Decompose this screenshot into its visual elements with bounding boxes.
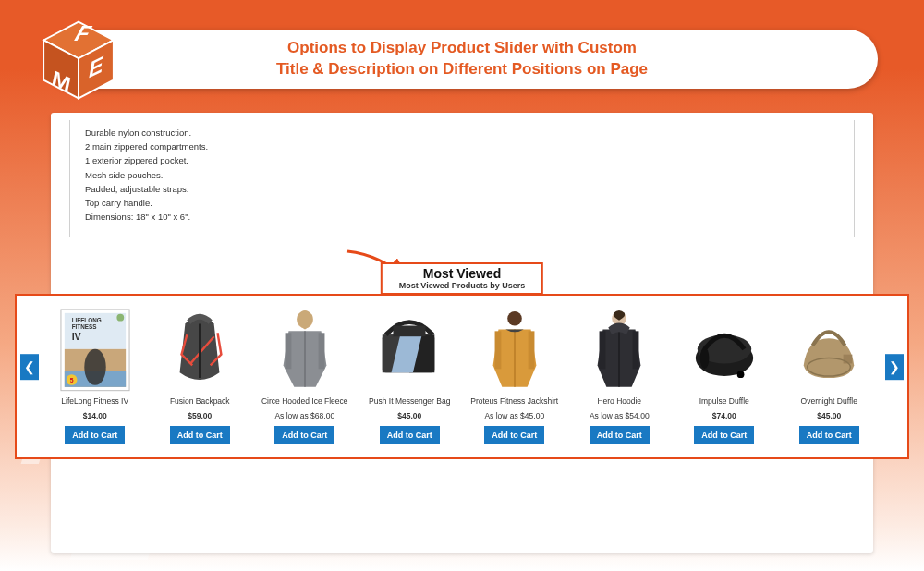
product-card[interactable]: Hero Hoodie As low as $54.00 Add to Cart — [567, 307, 673, 444]
product-name: Impulse Duffle — [675, 397, 774, 408]
product-price: As low as $45.00 — [465, 411, 565, 420]
desc-line: Dimensions: 18" x 10" x 6". — [85, 210, 841, 224]
svg-rect-29 — [528, 332, 534, 370]
svg-text:5: 5 — [70, 377, 74, 383]
product-name: Fusion Backpack — [151, 397, 250, 408]
product-image — [793, 307, 865, 394]
svg-point-27 — [507, 311, 522, 326]
product-name: Circe Hooded Ice Fleece — [255, 397, 355, 408]
slider-next-button[interactable]: ❯ — [885, 354, 904, 380]
desc-line: Padded, adjustable straps. — [85, 182, 841, 196]
product-name: LifeLong Fitness IV — [45, 397, 145, 408]
add-to-cart-button[interactable]: Add to Cart — [170, 426, 230, 444]
slider-title-box: Most Viewed Most Viewed Products by User… — [381, 262, 543, 295]
svg-rect-20 — [318, 333, 324, 369]
svg-rect-26 — [394, 326, 426, 337]
add-to-cart-button[interactable]: Add to Cart — [484, 426, 544, 444]
product-price: $45.00 — [780, 411, 880, 420]
product-image — [583, 307, 655, 394]
svg-rect-28 — [494, 332, 501, 370]
svg-text:LIFELONG: LIFELONG — [71, 317, 101, 323]
product-image — [164, 307, 236, 394]
slider-prev-button[interactable]: ❮ — [20, 354, 39, 380]
add-to-cart-button[interactable]: Add to Cart — [799, 426, 859, 444]
product-name: Hero Hoodie — [570, 397, 670, 408]
product-image — [373, 307, 445, 394]
banner-title-line1: Options to Display Product Slider with C… — [287, 39, 637, 56]
page-banner: Options to Display Product Slider with C… — [46, 30, 878, 89]
desc-line: 1 exterior zippered pocket. — [85, 153, 841, 167]
product-card[interactable]: Fusion Backpack $59.00 Add to Cart — [148, 307, 253, 444]
desc-line: Durable nylon construction. — [85, 126, 841, 140]
add-to-cart-button[interactable]: Add to Cart — [274, 426, 334, 444]
product-price: $14.00 — [45, 411, 145, 420]
product-image — [269, 307, 341, 394]
product-price: $59.00 — [151, 411, 250, 420]
product-card[interactable]: Circe Hooded Ice Fleece As low as $68.00… — [252, 307, 358, 444]
svg-point-11 — [116, 314, 124, 322]
desc-line: Top carry handle. — [85, 196, 841, 210]
product-price: $74.00 — [675, 411, 774, 420]
slider-subtitle: Most Viewed Products by Users — [399, 281, 525, 290]
desc-line: 2 main zippered compartments. — [85, 140, 841, 153]
svg-text:FITNESS: FITNESS — [71, 324, 96, 331]
product-name: Proteus Fitness Jackshirt — [465, 397, 565, 408]
product-card[interactable]: LIFELONG FITNESS IV 5 LifeLong Fitness I… — [43, 307, 148, 444]
svg-point-37 — [699, 347, 709, 369]
product-card[interactable]: Overnight Duffle $45.00 Add to Cart — [777, 307, 882, 444]
products-row: LIFELONG FITNESS IV 5 LifeLong Fitness I… — [43, 307, 881, 444]
product-name: Overnight Duffle — [780, 397, 880, 408]
svg-text:IV: IV — [71, 331, 81, 342]
product-price: As low as $54.00 — [570, 411, 670, 420]
desc-line: Mesh side pouches. — [85, 168, 841, 182]
product-name: Push It Messenger Bag — [360, 397, 460, 408]
add-to-cart-button[interactable]: Add to Cart — [694, 426, 754, 444]
product-card[interactable]: Push It Messenger Bag $45.00 Add to Cart — [358, 307, 463, 444]
product-image — [688, 307, 760, 394]
product-slider: ❮ ❯ LIFELONG FITNESS IV — [15, 294, 909, 459]
svg-point-38 — [736, 371, 744, 378]
svg-rect-33 — [633, 332, 639, 370]
product-card[interactable]: Impulse Duffle $74.00 Add to Cart — [672, 307, 777, 444]
add-to-cart-button[interactable]: Add to Cart — [590, 426, 650, 444]
fme-logo: F M E — [37, 18, 120, 102]
product-price: $45.00 — [360, 411, 460, 420]
product-image: LIFELONG FITNESS IV 5 — [59, 307, 131, 394]
product-card[interactable]: Proteus Fitness Jackshirt As low as $45.… — [462, 307, 567, 444]
product-price: As low as $68.00 — [255, 411, 355, 420]
chevron-right-icon: ❯ — [889, 359, 900, 374]
chevron-left-icon: ❮ — [24, 359, 35, 374]
add-to-cart-button[interactable]: Add to Cart — [380, 426, 440, 444]
slider-title: Most Viewed — [399, 267, 525, 281]
svg-rect-32 — [600, 332, 606, 370]
add-to-cart-button[interactable]: Add to Cart — [65, 426, 125, 444]
banner-title-line2: Title & Description on Different Positio… — [276, 60, 648, 78]
svg-point-14 — [84, 349, 105, 385]
product-description-panel: Durable nylon construction. 2 main zippe… — [69, 120, 855, 237]
product-image — [479, 307, 551, 394]
svg-rect-19 — [285, 333, 291, 369]
